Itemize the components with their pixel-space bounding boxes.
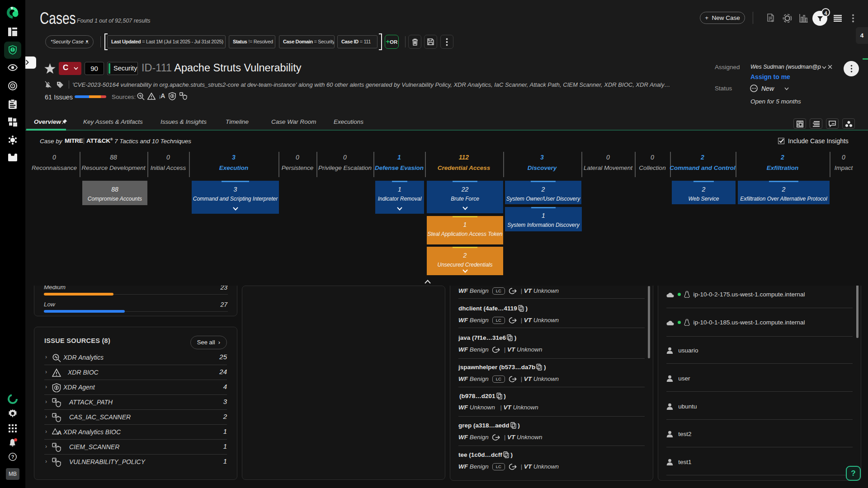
svg-text:?: ? [11, 454, 14, 460]
svg-text:A: A [57, 429, 62, 436]
